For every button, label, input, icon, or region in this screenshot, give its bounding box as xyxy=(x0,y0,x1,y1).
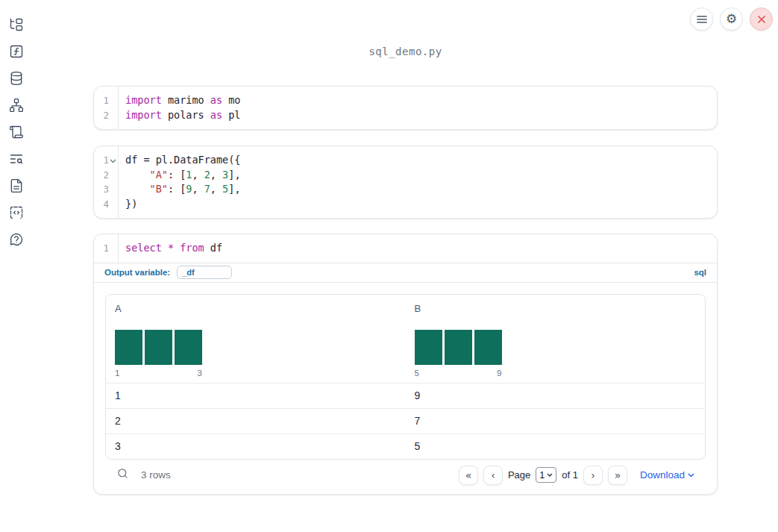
column-name: A xyxy=(115,303,397,314)
help-bubble-icon[interactable] xyxy=(8,232,25,247)
histogram-bar[interactable] xyxy=(115,330,142,365)
pagination: « ‹ Page 1 of 1 › » Download xyxy=(459,466,694,485)
line-number: 2 xyxy=(94,168,118,183)
download-button[interactable]: Download xyxy=(640,469,694,481)
table-cell: 2 xyxy=(106,409,406,434)
table-header: A 1 3 B 5 9 xyxy=(106,295,705,384)
code-line[interactable]: import marimo as mo xyxy=(125,93,717,108)
hist-max-label: 9 xyxy=(497,369,501,378)
dataframe-table: A 1 3 B 5 9 xyxy=(105,294,706,460)
sql-editor[interactable]: 1 select * from df xyxy=(94,234,717,263)
shutdown-button[interactable] xyxy=(750,7,773,31)
document-icon[interactable] xyxy=(8,178,25,193)
line-number: 2 xyxy=(94,108,118,123)
code-snippets-icon[interactable] xyxy=(8,205,25,220)
row-count: 3 rows xyxy=(141,469,171,481)
page-total-label: of 1 xyxy=(562,469,578,481)
next-page-button[interactable]: › xyxy=(583,466,603,485)
table-row[interactable]: 35 xyxy=(106,434,705,459)
page-label: Page xyxy=(508,469,530,481)
first-page-button[interactable]: « xyxy=(459,466,478,485)
chevrons-right-icon: » xyxy=(615,470,621,481)
page-select[interactable]: 1 xyxy=(536,467,556,483)
column-header-b[interactable]: B 5 9 xyxy=(406,295,706,383)
column-header-a[interactable]: A 1 3 xyxy=(106,295,406,383)
prev-page-button[interactable]: ‹ xyxy=(483,466,503,485)
fold-chevron-icon[interactable] xyxy=(110,159,116,163)
dependency-graph-icon[interactable] xyxy=(8,98,25,113)
table-cell: 1 xyxy=(106,384,406,408)
table-cell: 3 xyxy=(106,434,406,459)
scroll-icon[interactable] xyxy=(8,125,25,140)
notebook-controls: ⚙ xyxy=(690,7,773,31)
gear-icon: ⚙ xyxy=(726,13,737,25)
histogram-bar[interactable] xyxy=(175,330,202,365)
chevron-right-icon: › xyxy=(591,470,595,481)
chevron-down-icon xyxy=(547,473,553,477)
table-cell: 5 xyxy=(406,434,706,459)
code-line[interactable]: df = pl.DataFrame({ xyxy=(125,153,717,168)
code-editor[interactable]: 12 import marimo as moimport polars as p… xyxy=(94,87,717,129)
sql-cell-toolbar: Output variable: sql xyxy=(94,263,717,283)
download-label: Download xyxy=(640,469,685,481)
histogram-bar[interactable] xyxy=(145,330,172,365)
table-footer: 3 rows « ‹ Page 1 of 1 › » Download xyxy=(105,460,706,494)
code-editor[interactable]: 1234 df = pl.DataFrame({ "A": [1, 2, 3],… xyxy=(94,146,717,218)
table-row[interactable]: 19 xyxy=(106,384,705,409)
table-cell: 9 xyxy=(406,384,706,408)
line-number-gutter: 1 xyxy=(94,234,119,263)
code-line[interactable]: import polars as pl xyxy=(125,108,717,123)
notebook-filename: sql_demo.py xyxy=(93,46,718,57)
hist-min-label: 5 xyxy=(415,369,419,378)
close-icon xyxy=(757,15,766,24)
sql-cell[interactable]: 1 select * from df Output variable: sql … xyxy=(93,234,718,495)
hist-max-label: 3 xyxy=(198,369,202,378)
cell-list: 12 import marimo as moimport polars as p… xyxy=(93,86,718,495)
chevrons-left-icon: « xyxy=(465,470,472,481)
output-variable-input[interactable] xyxy=(177,266,232,279)
file-tree-icon[interactable] xyxy=(8,17,25,32)
code-line[interactable]: }) xyxy=(125,197,717,212)
code-cell-dataframe[interactable]: 1234 df = pl.DataFrame({ "A": [1, 2, 3],… xyxy=(93,145,718,219)
text-search-icon[interactable] xyxy=(8,151,25,166)
column-histogram[interactable] xyxy=(415,330,697,365)
last-page-button[interactable]: » xyxy=(608,466,627,485)
chevron-left-icon: ‹ xyxy=(491,470,495,481)
table-cell: 7 xyxy=(406,409,706,434)
code-content[interactable]: select * from df xyxy=(119,234,717,263)
menu-button[interactable] xyxy=(690,7,713,31)
code-content[interactable]: import marimo as moimport polars as pl xyxy=(119,87,717,129)
code-line[interactable]: "A": [1, 2, 3], xyxy=(125,168,717,183)
language-badge[interactable]: sql xyxy=(694,268,706,277)
line-number: 3 xyxy=(94,182,118,197)
page-select-value: 1 xyxy=(539,470,545,481)
table-row[interactable]: 27 xyxy=(106,409,705,434)
cell-output: A 1 3 B 5 9 xyxy=(94,283,717,494)
output-variable-label: Output variable: xyxy=(104,268,170,277)
code-line[interactable]: select * from df xyxy=(125,241,717,256)
line-number: 1 xyxy=(94,153,118,168)
line-number-gutter: 1234 xyxy=(94,146,119,218)
chevron-down-icon xyxy=(688,473,694,478)
hist-min-label: 1 xyxy=(115,369,119,378)
settings-button[interactable]: ⚙ xyxy=(720,7,743,31)
search-icon[interactable] xyxy=(116,467,129,483)
line-number: 4 xyxy=(94,197,118,212)
histogram-ticks: 1 3 xyxy=(115,369,202,378)
histogram-bar[interactable] xyxy=(415,330,442,365)
column-name: B xyxy=(415,303,697,314)
column-histogram[interactable] xyxy=(115,330,397,365)
histogram-bar[interactable] xyxy=(445,330,472,365)
line-number: 1 xyxy=(94,241,118,256)
table-body: 192735 xyxy=(106,384,705,459)
code-line[interactable]: "B": [9, 7, 5], xyxy=(125,182,717,197)
line-number-gutter: 12 xyxy=(94,87,119,129)
database-icon[interactable] xyxy=(8,71,25,86)
menu-icon xyxy=(697,15,707,24)
code-cell-imports[interactable]: 12 import marimo as moimport polars as p… xyxy=(93,86,718,130)
histogram-bar[interactable] xyxy=(474,330,502,365)
function-square-icon[interactable] xyxy=(8,44,25,59)
line-number: 1 xyxy=(94,93,118,108)
histogram-ticks: 5 9 xyxy=(415,369,502,378)
code-content[interactable]: df = pl.DataFrame({ "A": [1, 2, 3], "B":… xyxy=(119,146,717,218)
